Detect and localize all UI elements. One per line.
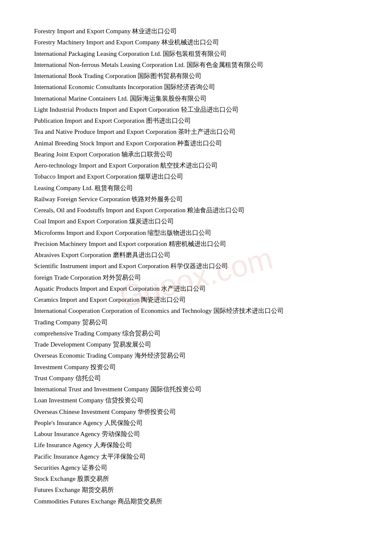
list-item: Trading Company 贸易公司 — [34, 317, 358, 328]
list-item: International Non-ferrous Metals Leasing… — [34, 59, 358, 70]
company-list: Forestry Import and Export Company 林业进出口… — [34, 26, 358, 507]
list-item: International Trust and Investment Compa… — [34, 384, 358, 395]
list-item: Forestry Import and Export Company 林业进出口… — [34, 26, 358, 37]
list-item: Trade Development Company 贸易发展公司 — [34, 339, 358, 350]
list-item: Publication Import and Export Corporatio… — [34, 115, 358, 126]
list-item: Pacific Insurance Agency 太平洋保险公司 — [34, 451, 358, 462]
list-item: Leasing Company Ltd. 租赁有限公司 — [34, 182, 358, 194]
list-item: International Economic Consultants Incor… — [34, 81, 358, 92]
list-item: Microforms Import and Export Corporation… — [34, 227, 358, 238]
list-item: Commodities Futures Exchange 商品期货交易所 — [34, 496, 358, 507]
list-item: People's Insurance Agency 人民保险公司 — [34, 417, 358, 428]
list-item: International Book Trading Corporation 国… — [34, 70, 358, 81]
list-item: Animal Breeding Stock Import and Export … — [34, 138, 358, 149]
list-item: Tobacco Import and Export Corporation 烟草… — [34, 171, 358, 182]
list-item: Ceramics Import and Export Corporation 陶… — [34, 294, 358, 305]
list-item: comprehensive Trading Company 综合贸易公司 — [34, 328, 358, 339]
list-item: Coal Import and Export Corporation 煤炭进出口… — [34, 216, 358, 227]
list-item: Railway Foreign Service Corporation 铁路对外… — [34, 194, 358, 205]
list-item: Bearing Joint Export Corporation 轴承出口联营公… — [34, 149, 358, 160]
list-item: Overseas Chinese Investment Company 华侨投资… — [34, 406, 358, 417]
list-item: Futures Exchange 期货交易所 — [34, 484, 358, 495]
list-item: Overseas Economic Trading Company 海外经济贸易… — [34, 350, 358, 361]
list-item: Tea and Native Produce Import and Export… — [34, 126, 358, 137]
list-item: Scientific Instrument import and Export … — [34, 260, 358, 272]
list-item: International Cooperation Corporation of… — [34, 305, 358, 316]
list-item: Aquatic Products Import and Export Corpo… — [34, 283, 358, 294]
list-item: Precision Machinery Import and Export co… — [34, 238, 358, 249]
list-item: International Packaging Leasing Corporat… — [34, 48, 358, 59]
list-item: Loan Investment Company 信贷投资公司 — [34, 395, 358, 406]
list-item: Light Industrial Products Import and Exp… — [34, 104, 358, 115]
list-item: Aero-technology Import and Export Corpor… — [34, 160, 358, 171]
list-item: Securities Agency 证券公司 — [34, 462, 358, 473]
list-item: foreign Trade Corporation 对外贸易公司 — [34, 272, 358, 283]
list-item: Labour Insurance Agency 劳动保险公司 — [34, 428, 358, 439]
list-item: Abrasives Export Corporation 磨料磨具进出口公司 — [34, 249, 358, 260]
list-item: Forestry Machinery Import and Export Com… — [34, 37, 358, 48]
list-item: Investment Company 投资公司 — [34, 361, 358, 373]
list-item: Cereals, Oil and Foodstuffs Import and E… — [34, 205, 358, 216]
list-item: Stock Exchange 股票交易所 — [34, 473, 358, 484]
list-item: Trust Company 信托公司 — [34, 373, 358, 384]
list-item: International Marine Containers Ltd. 国际海… — [34, 93, 358, 104]
list-item: Life Insurance Agency 人寿保险公司 — [34, 439, 358, 451]
